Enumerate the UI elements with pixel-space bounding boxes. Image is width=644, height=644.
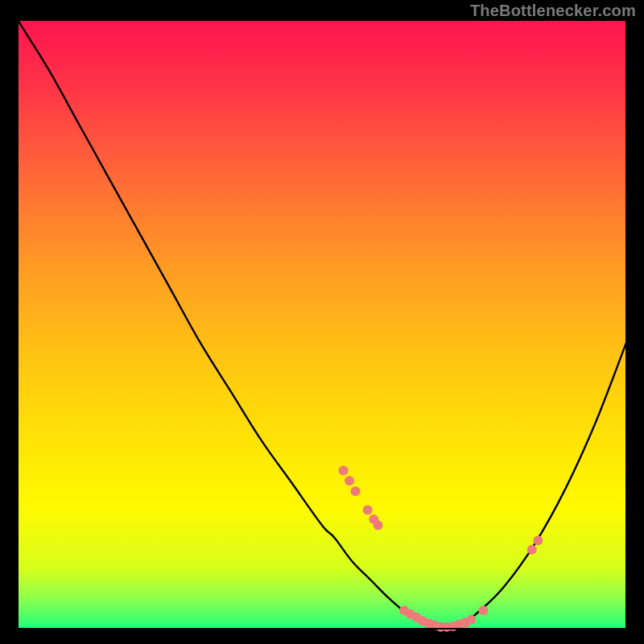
highlight-dot [374,520,383,530]
highlight-dot [345,476,354,485]
highlight-dot [363,506,373,515]
highlight-dot [338,465,348,475]
highlight-dot [466,615,476,625]
highlight-dot [527,545,537,555]
highlight-dot [533,535,543,545]
highlight-dot [351,486,361,496]
bottleneck-chart [0,0,644,644]
highlight-dot [478,605,488,615]
